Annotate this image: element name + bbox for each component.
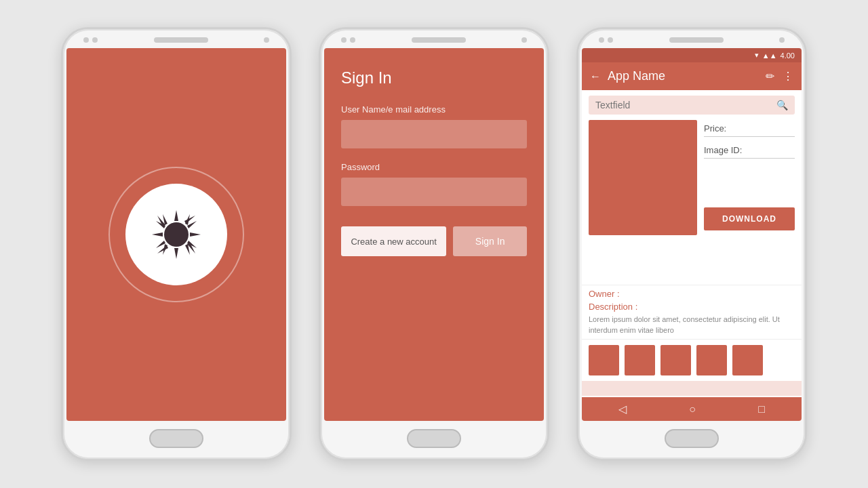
- username-label: User Name/e mail address: [341, 104, 527, 115]
- signin-button[interactable]: Sign In: [453, 226, 527, 256]
- search-bar: 🔍: [589, 96, 795, 115]
- owner-label: Owner :: [589, 289, 795, 299]
- splash-outer-circle: [108, 167, 244, 302]
- edit-icon[interactable]: ✏: [766, 70, 774, 83]
- status-bar: ▾ ▲▲ 4.00: [582, 48, 802, 62]
- svg-marker-1: [174, 210, 178, 221]
- password-input[interactable]: [341, 178, 527, 206]
- wifi-icon: ▾: [755, 51, 759, 60]
- phone-1: [61, 27, 292, 461]
- phone-3-speaker: [669, 37, 724, 43]
- thumbnail-row: [582, 339, 802, 381]
- nav-home-icon[interactable]: ○: [689, 403, 696, 415]
- price-label: Price:: [704, 123, 795, 137]
- phone-2-camera: [521, 37, 527, 43]
- download-button[interactable]: DOWNLOAD: [704, 207, 795, 230]
- thumbnail-2[interactable]: [625, 345, 655, 375]
- product-info: Price: Image ID: DOWNLOAD: [704, 120, 795, 235]
- phone-2-dots: [341, 37, 355, 43]
- nav-recent-icon[interactable]: □: [758, 403, 765, 415]
- phone-1-bottom: [63, 421, 290, 459]
- more-icon[interactable]: ⋮: [783, 70, 793, 83]
- signal-icon: ▲▲: [762, 52, 777, 60]
- sun-icon: [149, 207, 203, 262]
- nav-bar: ◁ ○ □: [582, 397, 802, 421]
- toolbar-icons: ✏ ⋮: [766, 70, 793, 83]
- password-label: Password: [341, 162, 527, 172]
- dot-5: [599, 37, 604, 43]
- phone-3-dots: [599, 37, 613, 43]
- thumbnail-1[interactable]: [589, 345, 619, 375]
- nav-back-icon[interactable]: ◁: [618, 403, 627, 415]
- signin-buttons: Create a new account Sign In: [341, 226, 527, 256]
- phone-1-dots: [83, 37, 98, 43]
- detail-screen: ▾ ▲▲ 4.00 ← App Name ✏ ⋮: [582, 48, 802, 421]
- phone-2-speaker: [412, 37, 466, 43]
- search-input[interactable]: [595, 100, 776, 110]
- phone-2: Sign In User Name/e mail address Passwor…: [319, 27, 549, 461]
- create-account-button[interactable]: Create a new account: [341, 226, 446, 256]
- detail-content: Price: Image ID: DOWNLOAD: [582, 120, 802, 285]
- signin-screen: Sign In User Name/e mail address Passwor…: [324, 48, 544, 421]
- svg-marker-2: [174, 248, 178, 259]
- phone-3-top: [578, 29, 805, 48]
- signin-title: Sign In: [341, 68, 527, 87]
- phone-1-top: [63, 29, 290, 48]
- username-input[interactable]: [341, 120, 527, 148]
- toolbar-left: ← App Name: [590, 69, 665, 83]
- phone-3-screen: ▾ ▲▲ 4.00 ← App Name ✏ ⋮: [582, 48, 802, 421]
- description-label: Description :: [589, 302, 795, 312]
- dot-3: [341, 37, 347, 43]
- phone-3: ▾ ▲▲ 4.00 ← App Name ✏ ⋮: [576, 27, 807, 461]
- phone-3-bottom: [578, 421, 805, 459]
- product-image: [589, 120, 697, 235]
- image-id-field: Image ID:: [704, 145, 795, 159]
- phone-3-camera: [779, 37, 785, 43]
- svg-point-0: [164, 222, 189, 247]
- phone-1-speaker: [154, 37, 208, 43]
- thumbnail-4[interactable]: [696, 345, 727, 375]
- thumbnail-3[interactable]: [660, 345, 691, 375]
- back-icon[interactable]: ←: [590, 70, 601, 83]
- phone-2-screen: Sign In User Name/e mail address Passwor…: [324, 48, 544, 421]
- detail-meta: Owner : Description : Lorem ipsum dolor …: [582, 285, 802, 339]
- image-id-label: Image ID:: [704, 145, 795, 159]
- phone-2-top: [321, 29, 547, 48]
- splash-inner-circle: [125, 184, 227, 285]
- thumbnail-5[interactable]: [732, 345, 763, 375]
- description-text: Lorem ipsum dolor sit amet, consectetur …: [589, 314, 795, 336]
- product-row: Price: Image ID: DOWNLOAD: [589, 120, 795, 235]
- phone-1-home-btn[interactable]: [149, 429, 203, 448]
- phone-3-home-btn[interactable]: [665, 429, 719, 448]
- phones-container: Sign In User Name/e mail address Passwor…: [0, 14, 868, 474]
- app-toolbar: ← App Name ✏ ⋮: [582, 62, 802, 90]
- dot-1: [83, 37, 89, 43]
- svg-marker-3: [152, 232, 163, 237]
- phone-1-camera: [264, 37, 269, 43]
- status-time: 4.00: [781, 52, 795, 60]
- svg-marker-14: [187, 221, 197, 228]
- splash-screen: [66, 48, 286, 421]
- dot-2: [92, 37, 98, 43]
- dot-4: [350, 37, 355, 43]
- svg-marker-4: [190, 232, 201, 237]
- toolbar-title: App Name: [608, 69, 665, 83]
- price-field: Price:: [704, 123, 795, 137]
- phone-2-bottom: [321, 421, 547, 459]
- phone-1-screen: [66, 48, 286, 421]
- dot-6: [608, 37, 613, 43]
- footer-bar: [582, 381, 802, 396]
- phone-2-home-btn[interactable]: [407, 429, 461, 448]
- svg-marker-13: [156, 241, 165, 248]
- search-icon[interactable]: 🔍: [776, 100, 788, 110]
